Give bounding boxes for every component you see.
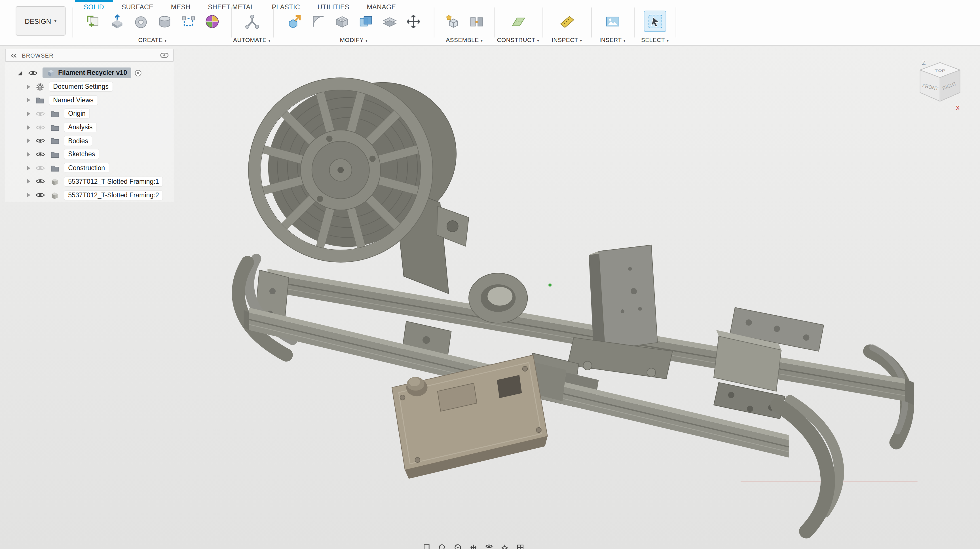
browser-item-label[interactable]: 5537T012_T-Slotted Framing:1 xyxy=(64,177,163,186)
tab-surface[interactable]: SURFACE xyxy=(113,0,162,11)
model-spool[interactable] xyxy=(248,78,433,262)
expand-arrow-icon[interactable] xyxy=(26,83,32,90)
browser-header: BROWSER xyxy=(5,49,174,62)
browser-item-label[interactable]: Construction xyxy=(64,163,108,173)
expand-arrow-icon[interactable] xyxy=(26,151,32,158)
move-copy-button[interactable] xyxy=(402,11,424,32)
construct-dropdown[interactable]: CONSTRUCT ▾ xyxy=(496,36,540,43)
model-extruder-mount[interactable] xyxy=(567,245,672,379)
automate-dropdown[interactable]: AUTOMATE ▾ xyxy=(232,36,271,43)
tab-solid[interactable]: SOLID xyxy=(75,0,113,11)
coil-button[interactable] xyxy=(153,11,175,32)
create-form-button[interactable] xyxy=(201,11,223,32)
look-at-icon[interactable] xyxy=(485,543,493,549)
insert-image-icon xyxy=(604,13,621,30)
create-sketch-icon xyxy=(85,13,102,30)
browser-root-chip[interactable]: Filament Recycler v10 xyxy=(43,68,132,78)
browser-item-origin[interactable]: Origin xyxy=(5,107,174,121)
insert-image-button[interactable] xyxy=(601,11,624,32)
tab-manage[interactable]: MANAGE xyxy=(358,0,405,11)
browser-item-label[interactable]: Named Views xyxy=(49,95,97,105)
browser-item-label[interactable]: Analysis xyxy=(64,123,96,132)
select-button[interactable] xyxy=(644,11,666,32)
file-icon[interactable] xyxy=(423,543,431,549)
expand-arrow-icon[interactable] xyxy=(26,124,32,130)
visibility-eye-off-icon[interactable] xyxy=(36,165,46,171)
automate-button[interactable] xyxy=(241,11,263,32)
browser-item-label[interactable]: Bodies xyxy=(64,136,92,145)
folder-icon xyxy=(51,137,60,144)
ribbon-tabs: SOLID SURFACE MESH SHEET METAL PLASTIC U… xyxy=(75,0,405,11)
combine-button[interactable] xyxy=(355,11,377,32)
expand-arrow-icon[interactable] xyxy=(17,70,23,76)
automate-icon xyxy=(243,13,260,30)
toolbar-separator xyxy=(231,7,232,37)
visibility-eye-off-icon[interactable] xyxy=(36,111,46,117)
shell-button[interactable] xyxy=(331,11,353,32)
primitive-box-icon xyxy=(180,13,197,30)
gear-icon xyxy=(36,82,45,91)
tab-utilities[interactable]: UTILITIES xyxy=(309,0,358,11)
select-dropdown[interactable]: SELECT ▾ xyxy=(636,36,674,43)
expand-arrow-icon[interactable] xyxy=(26,165,32,171)
measure-button[interactable] xyxy=(555,11,578,32)
inspect-dropdown[interactable]: INSPECT ▾ xyxy=(545,36,589,43)
browser-item-label[interactable]: 5537T012_T-Slotted Framing:2 xyxy=(64,190,163,200)
browser-item-framing-1[interactable]: 5537T012_T-Slotted Framing:1 xyxy=(5,175,174,188)
expand-arrow-icon[interactable] xyxy=(26,192,32,198)
display-settings-icon[interactable] xyxy=(501,543,509,549)
expand-arrow-icon[interactable] xyxy=(26,178,32,185)
model-control-box[interactable] xyxy=(392,355,566,479)
tab-plastic[interactable]: PLASTIC xyxy=(263,0,309,11)
grid-settings-icon[interactable] xyxy=(516,543,525,549)
browser-options-icon[interactable] xyxy=(160,53,169,58)
zoom-icon[interactable] xyxy=(438,543,446,549)
design-menu-button[interactable]: DESIGN ▾ xyxy=(16,6,65,36)
folder-icon xyxy=(36,96,45,104)
construction-plane-button[interactable] xyxy=(507,11,530,32)
browser-item-construction[interactable]: Construction xyxy=(5,161,174,175)
extrude-button[interactable] xyxy=(105,11,128,32)
group-automate: AUTOMATE ▾ xyxy=(232,11,271,45)
browser-item-named-views[interactable]: Named Views xyxy=(5,93,174,107)
create-sketch-button[interactable] xyxy=(82,11,104,32)
browser-item-framing-2[interactable]: 5537T012_T-Slotted Framing:2 xyxy=(5,188,174,202)
browser-item-analysis[interactable]: Analysis xyxy=(5,121,174,134)
assemble-dropdown[interactable]: ASSEMBLE ▾ xyxy=(436,36,492,43)
browser-item-label[interactable]: Document Settings xyxy=(49,82,112,91)
fillet-button[interactable] xyxy=(307,11,329,32)
folder-icon xyxy=(51,110,60,118)
collapse-browser-icon[interactable] xyxy=(10,53,17,58)
browser-item-bodies[interactable]: Bodies xyxy=(5,134,174,148)
visibility-eye-off-icon[interactable] xyxy=(36,124,46,130)
browser-item-label[interactable]: Sketches xyxy=(64,150,99,159)
orbit-icon[interactable] xyxy=(454,543,462,549)
visibility-eye-icon[interactable] xyxy=(28,70,38,76)
browser-item-document-settings[interactable]: Document Settings xyxy=(5,80,174,93)
pan-icon[interactable] xyxy=(469,543,477,549)
tab-mesh[interactable]: MESH xyxy=(162,0,199,11)
expand-arrow-icon[interactable] xyxy=(26,138,32,144)
insert-dropdown[interactable]: INSERT ▾ xyxy=(592,36,632,43)
revolve-button[interactable] xyxy=(129,11,152,32)
browser-item-sketches[interactable]: Sketches xyxy=(5,148,174,161)
model-front-leg[interactable] xyxy=(778,400,839,531)
view-cube[interactable]: Z TOP FRONT RIGHT X xyxy=(907,56,976,115)
activate-component-radio[interactable] xyxy=(135,69,142,76)
browser-item-label[interactable]: Origin xyxy=(64,109,89,118)
create-dropdown[interactable]: CREATE ▾ xyxy=(76,36,229,43)
visibility-eye-icon[interactable] xyxy=(36,138,46,144)
model-roller[interactable] xyxy=(469,273,527,323)
press-pull-button[interactable] xyxy=(283,11,305,32)
visibility-eye-icon[interactable] xyxy=(36,151,46,158)
visibility-eye-icon[interactable] xyxy=(36,178,46,185)
expand-arrow-icon[interactable] xyxy=(26,97,32,103)
primitive-box-button[interactable] xyxy=(177,11,199,32)
visibility-eye-icon[interactable] xyxy=(36,192,46,198)
modify-dropdown[interactable]: MODIFY ▾ xyxy=(276,36,431,43)
joint-button[interactable] xyxy=(465,11,487,32)
browser-root-row[interactable]: Filament Recycler v10 xyxy=(5,66,174,80)
split-body-button[interactable] xyxy=(378,11,400,32)
new-component-button[interactable] xyxy=(441,11,464,32)
expand-arrow-icon[interactable] xyxy=(26,111,32,117)
